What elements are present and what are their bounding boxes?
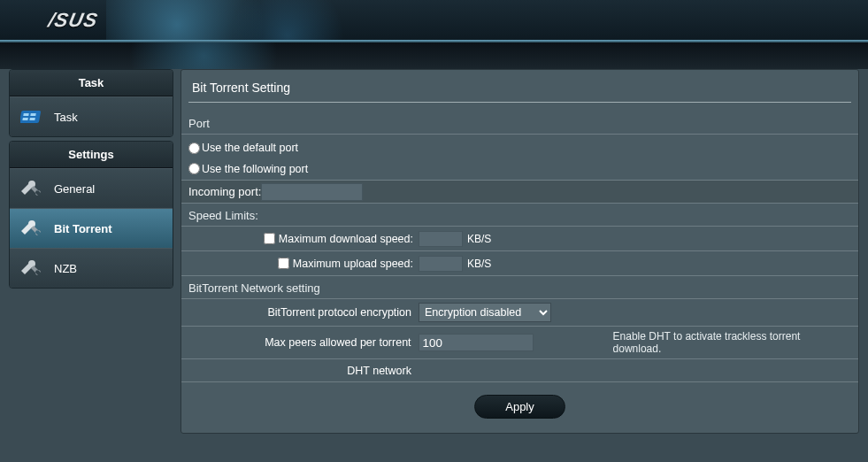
- row-incoming-port: Incoming port:: [181, 181, 858, 204]
- sidebar-item-nzb[interactable]: NZB: [10, 248, 173, 288]
- radio-default-port-text: Use the default port: [202, 142, 298, 154]
- page-title: Bit Torrent Setting: [181, 70, 858, 102]
- sidebar-settings-group: Settings General Bit Torrent: [9, 141, 173, 289]
- svg-rect-1: [23, 113, 29, 116]
- checkbox-max-download[interactable]: [264, 233, 275, 244]
- svg-rect-2: [30, 113, 36, 116]
- row-dht-network: DHT network: [181, 359, 858, 382]
- encryption-label: BitTorrent protocol encryption: [188, 306, 419, 319]
- sidebar-item-bittorrent[interactable]: Bit Torrent: [10, 208, 173, 248]
- sidebar-task-group: Task Task: [9, 69, 173, 137]
- banner-area: [0, 42, 868, 69]
- section-port-heading: Port: [181, 112, 858, 135]
- row-max-upload: Maximum upload speed: KB/S: [181, 251, 858, 276]
- content-panel: Bit Torrent Setting Port Use the default…: [181, 69, 859, 434]
- sidebar-item-label: NZB: [54, 262, 77, 275]
- main-container: Task Task Settings: [0, 69, 868, 443]
- wrench-icon: [20, 218, 45, 239]
- incoming-port-input[interactable]: [261, 183, 363, 201]
- incoming-port-label: Incoming port:: [188, 185, 261, 198]
- max-peers-label: Max peers allowed per torrent: [188, 336, 419, 349]
- sidebar-item-label: Task: [54, 111, 78, 124]
- row-use-following-port: Use the following port: [181, 158, 858, 181]
- row-max-download: Maximum download speed: KB/S: [181, 227, 858, 251]
- row-max-peers: Max peers allowed per torrent Enable DHT…: [181, 327, 858, 359]
- sidebar-header-settings: Settings: [10, 142, 173, 168]
- max-upload-label: Maximum upload speed:: [293, 258, 413, 270]
- section-speed-heading: Speed Limits:: [181, 204, 858, 227]
- sidebar-item-general[interactable]: General: [10, 168, 173, 208]
- svg-rect-0: [20, 111, 41, 123]
- sidebar-item-task[interactable]: Task: [10, 96, 173, 136]
- radio-default-port-label[interactable]: Use the default port: [188, 142, 298, 154]
- row-use-default-port: Use the default port: [181, 135, 858, 158]
- radio-default-port[interactable]: [188, 142, 200, 154]
- wrench-icon: [20, 258, 45, 279]
- dht-label: DHT network: [188, 365, 419, 377]
- svg-rect-3: [22, 118, 28, 120]
- radio-following-port-text: Use the following port: [202, 163, 308, 175]
- max-upload-input[interactable]: [419, 256, 463, 272]
- checkbox-max-upload[interactable]: [278, 258, 289, 269]
- max-download-label: Maximum download speed:: [279, 233, 413, 245]
- unit-label: KB/S: [467, 258, 491, 270]
- encryption-select[interactable]: Encryption disabled: [419, 303, 551, 322]
- sidebar-item-label: Bit Torrent: [54, 222, 111, 235]
- apply-button[interactable]: Apply: [474, 395, 565, 419]
- sidebar-header-task: Task: [10, 70, 173, 96]
- section-network-heading: BitTorrent Network setting: [181, 276, 858, 299]
- brand-logo: /SUS: [46, 9, 100, 32]
- row-encryption: BitTorrent protocol encryption Encryptio…: [181, 299, 858, 327]
- unit-label: KB/S: [467, 233, 491, 245]
- wrench-icon: [20, 178, 45, 199]
- app-header: /SUS: [0, 0, 868, 40]
- svg-rect-4: [29, 118, 35, 120]
- dht-note-text: Enable DHT to activate trackless torrent…: [534, 330, 851, 355]
- task-icon: [20, 106, 45, 127]
- sidebar: Task Task Settings: [9, 69, 173, 434]
- max-download-input[interactable]: [419, 231, 463, 247]
- radio-following-port-label[interactable]: Use the following port: [188, 163, 308, 175]
- max-peers-input[interactable]: [419, 334, 534, 351]
- radio-following-port[interactable]: [188, 163, 200, 174]
- sidebar-item-label: General: [54, 182, 95, 196]
- apply-wrap: Apply: [181, 382, 858, 433]
